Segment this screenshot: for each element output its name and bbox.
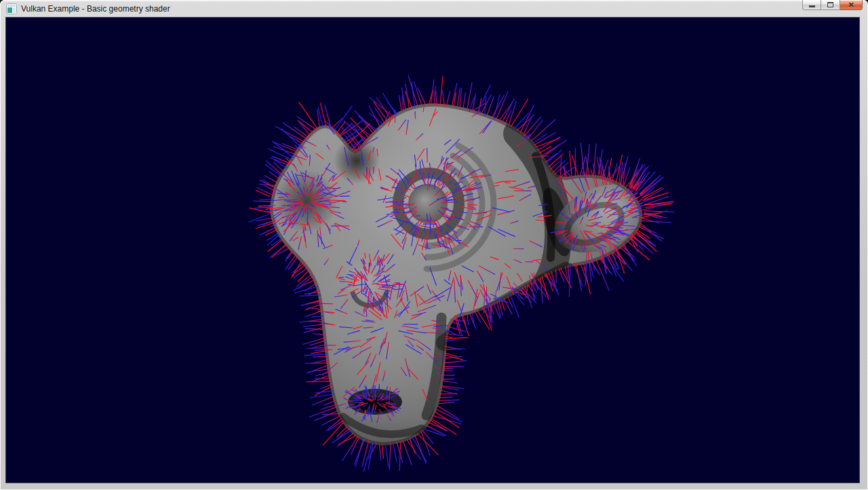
maximize-icon — [827, 2, 833, 7]
title-bar[interactable]: Vulkan Example - Basic geometry shader — [0, 0, 868, 16]
window-frame[interactable]: Vulkan Example - Basic geometry shader ✕ — [0, 0, 868, 490]
close-icon: ✕ — [848, 1, 854, 10]
minimize-icon — [809, 5, 815, 7]
close-button[interactable]: ✕ — [840, 0, 863, 10]
window-title: Vulkan Example - Basic geometry shader — [21, 4, 170, 14]
maximize-button[interactable] — [821, 0, 840, 10]
render-viewport[interactable] — [5, 17, 860, 483]
render-client-area — [5, 17, 860, 483]
caption-buttons: ✕ — [802, 0, 863, 11]
minimize-button[interactable] — [802, 0, 821, 10]
application-icon[interactable] — [6, 3, 17, 14]
